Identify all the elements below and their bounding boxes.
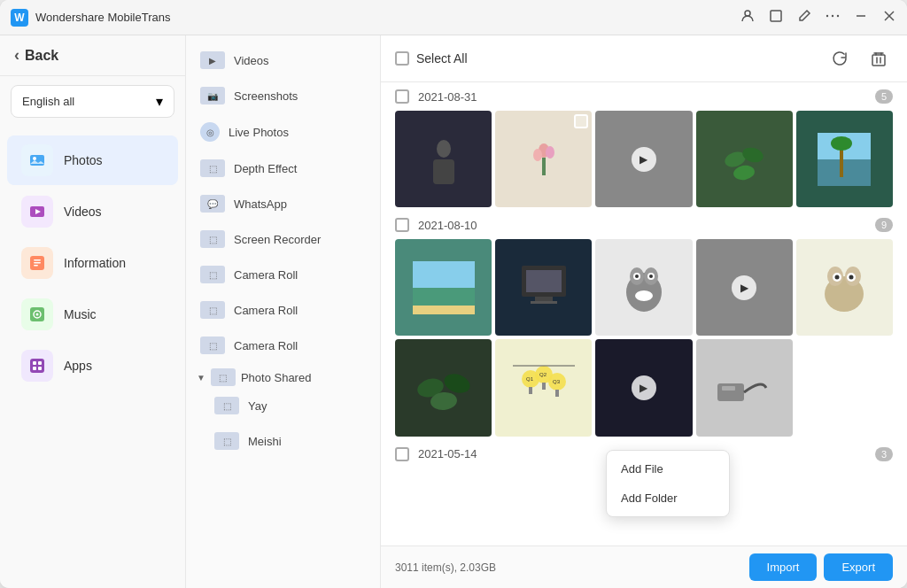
sidebar-item-apps[interactable]: Apps bbox=[7, 341, 178, 391]
svg-point-55 bbox=[635, 275, 639, 278]
sub-item-camera-roll-1-label: Camera Roll bbox=[234, 268, 298, 282]
photo-thumb-0-0[interactable] bbox=[395, 111, 492, 207]
photo-shared-header[interactable]: ▼ ⬚ Photo Shared bbox=[186, 363, 380, 388]
export-button[interactable]: Export bbox=[824, 553, 893, 581]
svg-point-42 bbox=[831, 136, 852, 151]
photo-thumb-1-1[interactable] bbox=[495, 239, 592, 336]
context-menu-add-folder[interactable]: Add Folder bbox=[607, 484, 729, 513]
svg-rect-31 bbox=[433, 159, 454, 184]
screenshots-sub-icon: 📷 bbox=[200, 87, 225, 104]
camera-roll-2-sub-icon: ⬚ bbox=[200, 301, 225, 319]
photo-thumb-0-1[interactable] bbox=[495, 111, 592, 207]
whatsapp-sub-icon: 💬 bbox=[200, 195, 225, 213]
date-checkbox-1[interactable] bbox=[395, 218, 409, 232]
photo-image-1-2 bbox=[595, 239, 692, 336]
back-button[interactable]: ‹ Back bbox=[14, 46, 171, 65]
sub-item-camera-roll-2[interactable]: ⬚ Camera Roll bbox=[186, 292, 380, 328]
svg-point-0 bbox=[745, 11, 750, 16]
window-icon[interactable] bbox=[769, 9, 783, 27]
photo-thumb-1-8[interactable] bbox=[696, 339, 793, 436]
select-all-label[interactable]: Select All bbox=[416, 51, 468, 66]
sub-item-yay[interactable]: ⬚ Yay bbox=[200, 388, 380, 423]
sidebar-item-information[interactable]: Information bbox=[7, 238, 178, 288]
photo-image-1-8 bbox=[696, 339, 793, 436]
svg-rect-8 bbox=[30, 155, 44, 166]
date-label-0: 2021-08-31 bbox=[418, 90, 477, 104]
svg-text:Q2: Q2 bbox=[539, 372, 547, 377]
photo-thumb-0-2[interactable]: ▶ bbox=[595, 111, 692, 207]
more-icon[interactable] bbox=[826, 9, 840, 27]
information-nav-icon bbox=[21, 247, 53, 279]
select-all-checkbox[interactable] bbox=[395, 51, 409, 66]
photo-thumb-1-5[interactable] bbox=[395, 339, 492, 436]
apps-nav-icon bbox=[21, 350, 53, 382]
sidebar-item-photos[interactable]: Photos bbox=[7, 135, 178, 185]
videos-nav-icon bbox=[21, 196, 53, 228]
camera-roll-1-sub-icon: ⬚ bbox=[200, 266, 225, 283]
svg-point-64 bbox=[849, 275, 854, 280]
photo-image-1-5 bbox=[395, 339, 492, 436]
sub-item-whatsapp[interactable]: 💬 WhatsApp bbox=[186, 186, 380, 221]
svg-rect-49 bbox=[531, 301, 557, 304]
close-icon[interactable] bbox=[882, 9, 896, 27]
photo-checkbox-0-1[interactable] bbox=[574, 114, 588, 128]
date-section-1: 2021-08-10 9 bbox=[395, 218, 893, 436]
sub-item-meishi[interactable]: ⬚ Meishi bbox=[200, 423, 380, 459]
sidebar-item-music[interactable]: Music bbox=[7, 290, 178, 339]
delete-button[interactable] bbox=[864, 44, 893, 73]
sub-item-camera-roll-1[interactable]: ⬚ Camera Roll bbox=[186, 257, 380, 292]
photo-shared-section: ▼ ⬚ Photo Shared ⬚ Yay ⬚ Meishi bbox=[186, 363, 380, 459]
photo-shared-icon: ⬚ bbox=[211, 368, 236, 386]
sub-item-live-photos[interactable]: ◎ Live Photos bbox=[186, 113, 380, 151]
photo-thumb-1-0[interactable] bbox=[395, 239, 492, 336]
photo-grid-0: ▶ bbox=[395, 111, 893, 207]
svg-point-9 bbox=[33, 157, 36, 160]
device-selector[interactable]: English all ▾ bbox=[11, 85, 174, 118]
svg-rect-79 bbox=[722, 386, 735, 391]
photo-thumb-1-2[interactable] bbox=[595, 239, 692, 336]
count-badge-2: 3 bbox=[875, 447, 893, 461]
date-header-0: 2021-08-31 5 bbox=[395, 89, 893, 104]
photo-image-1-6: Q1 Q2 Q3 bbox=[495, 339, 592, 436]
photo-thumb-0-3[interactable] bbox=[696, 111, 793, 207]
photo-thumb-0-4[interactable] bbox=[796, 111, 893, 207]
sub-item-depth-effect[interactable]: ⬚ Depth Effect bbox=[186, 151, 380, 186]
photo-image-0-0 bbox=[395, 111, 492, 207]
sub-item-screenshots[interactable]: 📷 Screenshots bbox=[186, 78, 380, 113]
refresh-button[interactable] bbox=[826, 44, 854, 73]
edit-icon[interactable] bbox=[797, 9, 811, 27]
sidebar-nav: Photos Videos bbox=[0, 127, 185, 588]
photo-thumb-1-3[interactable]: ▶ bbox=[696, 239, 793, 336]
svg-rect-73 bbox=[555, 390, 559, 397]
sidebar-item-videos[interactable]: Videos bbox=[7, 187, 178, 236]
sidebar: ‹ Back English all ▾ bbox=[0, 35, 186, 588]
photo-thumb-1-4[interactable] bbox=[796, 239, 893, 336]
play-icon-1-3: ▶ bbox=[732, 275, 756, 300]
photo-thumb-1-7[interactable]: ▶ bbox=[595, 339, 692, 436]
svg-point-34 bbox=[546, 146, 554, 159]
app-logo: W bbox=[11, 9, 28, 27]
minimize-icon[interactable] bbox=[854, 9, 868, 27]
date-checkbox-2[interactable] bbox=[395, 447, 409, 461]
sidebar-item-information-label: Information bbox=[64, 256, 126, 270]
sub-item-videos[interactable]: ▶ Videos bbox=[186, 43, 380, 78]
photo-image-1-1 bbox=[495, 239, 592, 336]
svg-rect-24 bbox=[872, 55, 885, 66]
svg-rect-41 bbox=[840, 146, 843, 177]
sub-item-screen-recorder[interactable]: ⬚ Screen Recorder bbox=[186, 221, 380, 257]
photo-image-0-4 bbox=[796, 111, 893, 207]
svg-point-63 bbox=[835, 275, 840, 280]
count-badge-1: 9 bbox=[875, 218, 893, 232]
import-button[interactable]: Import bbox=[749, 553, 818, 581]
date-label-2: 2021-05-14 bbox=[418, 447, 477, 460]
photo-thumb-1-6[interactable]: Q1 Q2 Q3 bbox=[495, 339, 592, 436]
context-menu-add-file[interactable]: Add File bbox=[607, 454, 729, 484]
svg-rect-1 bbox=[771, 11, 781, 21]
bottom-bar: 3011 item(s), 2.03GB Import Export bbox=[381, 545, 907, 588]
sidebar-item-music-label: Music bbox=[64, 307, 97, 321]
user-icon[interactable] bbox=[740, 9, 755, 27]
svg-text:Q3: Q3 bbox=[553, 379, 561, 384]
yay-sub-icon: ⬚ bbox=[214, 397, 239, 414]
date-checkbox-0[interactable] bbox=[395, 89, 409, 104]
sub-item-camera-roll-3[interactable]: ⬚ Camera Roll bbox=[186, 328, 380, 363]
